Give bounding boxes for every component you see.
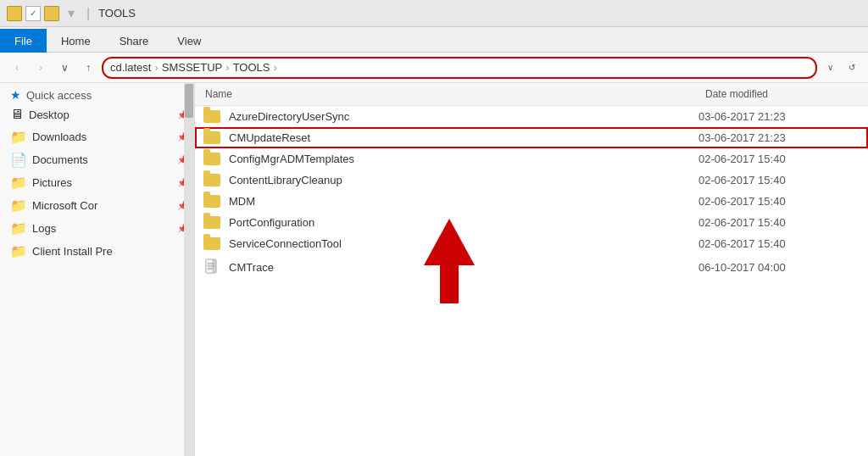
file-name: ContentLibraryCleanup — [229, 174, 698, 186]
file-date: 03-06-2017 21:23 — [698, 110, 868, 123]
folder-icon-dl: 📁 — [10, 129, 27, 145]
sidebar-label-desktop: Desktop — [29, 108, 172, 121]
file-folder-icon — [195, 195, 229, 208]
file-row[interactable]: PortConfiguration 02-06-2017 15:40 — [195, 212, 868, 233]
ribbon-tabs: File Home Share View — [0, 27, 868, 53]
refresh-button[interactable]: ↺ — [843, 58, 861, 77]
file-date: 02-06-2017 15:40 — [698, 237, 868, 250]
file-date: 02-06-2017 15:40 — [698, 195, 868, 208]
file-row[interactable]: CMTrace 06-10-2017 04:00 — [195, 254, 868, 280]
file-folder-icon — [195, 216, 229, 229]
check-icon: ✓ — [25, 6, 41, 21]
sidebar-item-desktop[interactable]: 🖥 Desktop 📌 — [0, 103, 194, 125]
sidebar-label-downloads: Downloads — [32, 131, 172, 143]
col-name-header: Name — [195, 86, 698, 102]
sidebar-item-logs[interactable]: 📁 Logs 📌 — [0, 217, 194, 240]
scrollbar-thumb — [185, 84, 193, 118]
sidebar: ★ Quick access 🖥 Desktop 📌 📁 Downloads 📌… — [0, 83, 195, 456]
title-separator: ▾ — [68, 5, 75, 21]
sidebar-label-documents: Documents — [32, 153, 172, 166]
sidebar-quick-access[interactable]: ★ Quick access — [0, 83, 194, 103]
path-sep-1: › — [154, 61, 158, 74]
titlebar-icons: ✓ — [7, 6, 59, 21]
window-title: TOOLS — [98, 7, 136, 19]
file-date: 02-06-2017 15:40 — [698, 174, 868, 186]
folder-icon-doc: 📄 — [10, 152, 27, 168]
file-folder-icon — [195, 153, 229, 165]
file-name: ConfigMgrADMTemplates — [229, 153, 698, 165]
sidebar-item-documents[interactable]: 📄 Documents 📌 — [0, 148, 194, 171]
path-sep-3: › — [273, 61, 276, 74]
file-folder-icon — [195, 131, 229, 144]
file-date: 06-10-2017 04:00 — [698, 261, 868, 274]
sidebar-item-client[interactable]: 📁 Client Install Pre — [0, 240, 194, 263]
file-folder-icon — [195, 237, 229, 250]
title-pipe: | — [86, 6, 90, 21]
address-bar: ‹ › ∨ ↑ cd.latest › SMSSETUP › TOOLS › ∨… — [0, 53, 868, 83]
file-folder-icon — [195, 110, 229, 123]
tab-share[interactable]: Share — [105, 29, 164, 53]
column-header-row: Name Date modified — [195, 83, 868, 106]
arrow-head — [424, 219, 475, 265]
file-list: Name Date modified AzureDirectoryUserSyn… — [195, 83, 868, 456]
address-path: cd.latest › SMSSETUP › TOOLS › — [110, 61, 279, 74]
file-name: MDM — [229, 195, 698, 208]
folder-icon-logs: 📁 — [10, 220, 27, 236]
star-icon: ★ — [10, 88, 21, 102]
folder-icon-sm — [7, 6, 22, 21]
tab-home[interactable]: Home — [47, 29, 105, 53]
folder-icon-pic: 📁 — [10, 175, 27, 191]
file-row[interactable]: AzureDirectoryUserSync 03-06-2017 21:23 — [195, 106, 868, 127]
tab-view[interactable]: View — [163, 29, 215, 53]
up-button[interactable]: ↑ — [78, 58, 98, 78]
path-part-3: TOOLS — [233, 61, 270, 74]
file-date: 02-06-2017 15:40 — [698, 216, 868, 229]
sidebar-item-pictures[interactable]: 📁 Pictures 📌 — [0, 171, 194, 194]
sidebar-label-pictures: Pictures — [32, 176, 172, 189]
file-rows-container: AzureDirectoryUserSync 03-06-2017 21:23 … — [195, 106, 868, 456]
back-button[interactable]: ‹ — [7, 58, 27, 78]
sidebar-item-downloads[interactable]: 📁 Downloads 📌 — [0, 125, 194, 148]
address-box[interactable]: cd.latest › SMSSETUP › TOOLS › — [102, 57, 817, 79]
folder-icon-client: 📁 — [10, 243, 27, 259]
folder-icon-sm2 — [44, 6, 59, 21]
address-chevron-down[interactable]: ∨ — [821, 58, 839, 77]
path-part-2: SMSSETUP — [162, 61, 223, 74]
path-sep-2: › — [225, 61, 229, 74]
file-row[interactable]: ServiceConnectionTool 02-06-2017 15:40 — [195, 233, 868, 254]
file-date: 02-06-2017 15:40 — [698, 153, 868, 165]
file-row[interactable]: MDM 02-06-2017 15:40 — [195, 191, 868, 212]
path-part-1: cd.latest — [110, 61, 151, 74]
title-bar: ✓ ▾ | TOOLS — [0, 0, 868, 27]
file-name: AzureDirectoryUserSync — [229, 110, 698, 123]
quick-access-label: Quick access — [26, 89, 187, 102]
arrow-body — [440, 265, 459, 303]
file-folder-icon — [195, 174, 229, 186]
sidebar-label-client: Client Install Pre — [32, 245, 187, 258]
arrow-annotation — [424, 219, 475, 303]
sidebar-label-logs: Logs — [32, 222, 172, 235]
file-row[interactable]: ConfigMgrADMTemplates 02-06-2017 15:40 — [195, 148, 868, 170]
sidebar-item-microsoft[interactable]: 📁 Microsoft Cor 📌 — [0, 194, 194, 217]
file-date: 03-06-2017 21:23 — [698, 131, 868, 144]
forward-button[interactable]: › — [31, 58, 51, 78]
folder-icon-ms: 📁 — [10, 197, 27, 214]
file-file-icon — [195, 259, 229, 275]
col-date-header: Date modified — [698, 86, 868, 102]
main-content: ★ Quick access 🖥 Desktop 📌 📁 Downloads 📌… — [0, 83, 868, 456]
folder-icon: 🖥 — [10, 107, 24, 122]
file-name: CMUpdateReset — [229, 131, 698, 144]
recent-button[interactable]: ∨ — [54, 58, 75, 78]
sidebar-label-microsoft: Microsoft Cor — [32, 199, 172, 212]
file-row[interactable]: ContentLibraryCleanup 02-06-2017 15:40 — [195, 170, 868, 191]
file-row-highlighted[interactable]: CMUpdateReset 03-06-2017 21:23 — [195, 127, 868, 148]
sidebar-scrollbar[interactable] — [184, 83, 194, 456]
tab-file[interactable]: File — [0, 29, 47, 53]
